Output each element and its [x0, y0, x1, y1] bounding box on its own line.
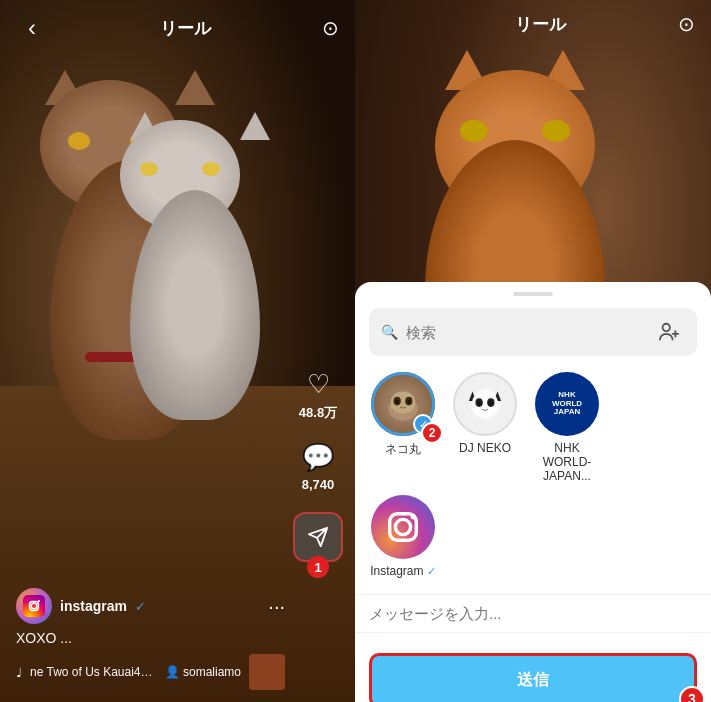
comment-count: 8,740: [302, 477, 335, 492]
small-cat: [120, 120, 280, 420]
music-note-icon: ♩: [16, 665, 22, 680]
verified-badge: ✓: [135, 599, 146, 614]
badge-one: 1: [307, 556, 329, 578]
left-header-title: リール: [160, 17, 211, 40]
search-input[interactable]: [406, 324, 645, 341]
account-avatar: [16, 588, 52, 624]
add-person-icon: [658, 321, 680, 343]
svg-point-20: [489, 401, 492, 405]
caption-text: XOXO ...: [16, 630, 285, 646]
search-icon: 🔍: [381, 324, 398, 340]
instagram-icon: [384, 508, 422, 546]
contact-instagram[interactable]: Instagram ✓: [369, 495, 437, 578]
left-actions: ♡ 48.8万 💬 8,740 1: [293, 369, 343, 562]
contact-dj-neko[interactable]: DJ NEKO: [451, 372, 519, 483]
contact-nhk[interactable]: NHKWORLDJAPAN NHKWORLD-JAPAN...: [533, 372, 601, 483]
music-thumbnail: [249, 654, 285, 690]
account-row: instagram ✓ ···: [16, 588, 285, 624]
search-bar: 🔍: [369, 308, 697, 356]
account-name: instagram: [60, 598, 127, 614]
share-action[interactable]: 1: [293, 512, 343, 562]
instagram-logo: [23, 595, 45, 617]
add-people-button[interactable]: [653, 316, 685, 348]
big-cat-eye-left: [68, 132, 90, 150]
message-row: [355, 594, 711, 633]
dj-avatar: [453, 372, 517, 436]
dj-neko-name: DJ NEKO: [459, 441, 511, 455]
camera-button[interactable]: ⊙: [322, 16, 339, 40]
nhk-logo-text: NHKWORLDJAPAN: [552, 391, 582, 417]
back-button[interactable]: ‹: [16, 12, 48, 44]
orange-cat-eye-right: [542, 120, 570, 142]
nhk-avatar-wrap: NHKWORLDJAPAN: [535, 372, 599, 436]
heart-icon: ♡: [307, 369, 330, 400]
neko-avatar-wrap: ✓ 2: [371, 372, 435, 436]
music-row: ♩ ne Two of Us Kauai45, Sw 👤 somaliamo: [16, 654, 285, 690]
instagram-avatar: [371, 495, 435, 559]
small-cat-eye-right: [202, 162, 220, 176]
left-bottom-info: instagram ✓ ··· XOXO ... ♩ ne Two of Us …: [0, 576, 355, 702]
comment-icon: 💬: [302, 442, 334, 473]
person-icon: 👤 somaliamo: [165, 665, 241, 679]
small-cat-ear-right: [240, 112, 270, 140]
send-icon: [307, 526, 329, 548]
right-panel: リール ⊙ 🔍: [355, 0, 711, 702]
badge-two: 2: [421, 422, 443, 444]
instagram-name: Instagram ✓: [370, 564, 436, 578]
like-count: 48.8万: [299, 404, 337, 422]
right-header-title: リール: [515, 13, 566, 36]
like-action[interactable]: ♡ 48.8万: [299, 369, 337, 422]
share-sheet: 🔍: [355, 282, 711, 702]
neko-name: ネコ丸: [385, 441, 421, 458]
right-camera-button[interactable]: ⊙: [678, 12, 695, 36]
more-options-button[interactable]: ···: [268, 595, 285, 618]
nhk-avatar: NHKWORLDJAPAN: [535, 372, 599, 436]
message-input[interactable]: [369, 605, 697, 622]
contact-neko[interactable]: ✓ 2 ネコ丸: [369, 372, 437, 483]
share-button[interactable]: 1: [293, 512, 343, 562]
drag-handle: [513, 292, 553, 296]
dj-cat-face: [463, 382, 507, 426]
contacts-row-2: Instagram ✓: [355, 491, 711, 586]
svg-rect-0: [23, 595, 45, 617]
left-panel: ‹ リール ⊙ ♡ 48.8万 💬 8,740 1: [0, 0, 355, 702]
instagram-avatar-wrap: [371, 495, 435, 559]
svg-point-3: [38, 600, 40, 602]
right-header: リール ⊙: [355, 0, 711, 48]
contacts-row: ✓ 2 ネコ丸: [355, 364, 711, 491]
svg-point-4: [663, 324, 670, 331]
big-cat-ear-right: [175, 70, 215, 105]
music-text: ne Two of Us Kauai45, Sw: [30, 665, 157, 679]
orange-cat-eye-left: [460, 120, 488, 142]
small-cat-eye-left: [140, 162, 158, 176]
left-header: ‹ リール ⊙: [0, 0, 355, 56]
badge-three: 3: [679, 686, 705, 702]
svg-point-19: [478, 401, 481, 405]
nhk-name: NHKWORLD-JAPAN...: [533, 441, 601, 483]
instagram-verified: ✓: [427, 565, 436, 577]
dj-avatar-wrap: [453, 372, 517, 436]
comment-action[interactable]: 💬 8,740: [302, 442, 335, 492]
svg-point-23: [411, 514, 416, 519]
svg-point-22: [395, 519, 410, 534]
send-button[interactable]: 送信: [369, 653, 697, 702]
send-button-wrap: 送信 3: [355, 641, 711, 702]
small-cat-body: [130, 190, 260, 420]
